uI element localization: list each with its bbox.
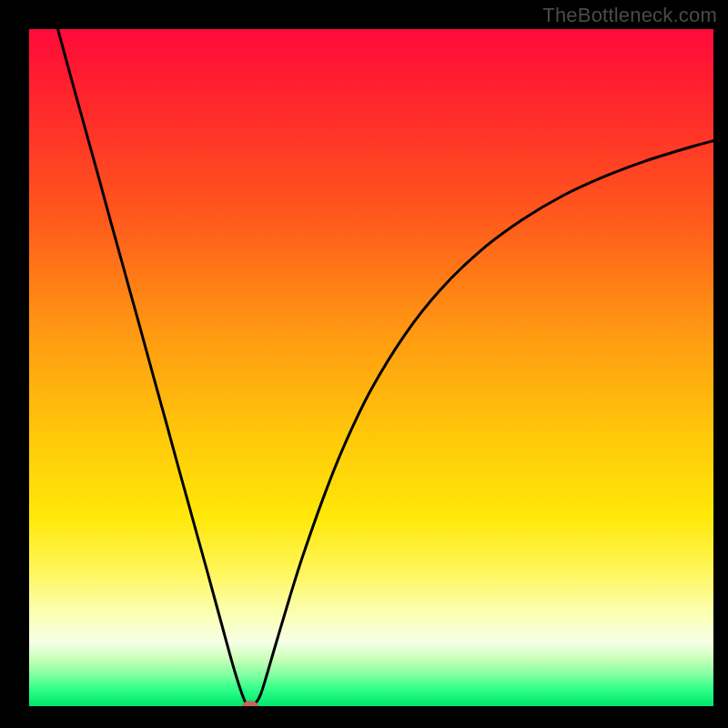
bottleneck-chart [0, 0, 728, 728]
chart-frame: TheBottleneck.com [0, 0, 728, 728]
watermark-text: TheBottleneck.com [542, 4, 717, 27]
plot-background [29, 29, 713, 706]
minimum-marker [242, 701, 258, 712]
